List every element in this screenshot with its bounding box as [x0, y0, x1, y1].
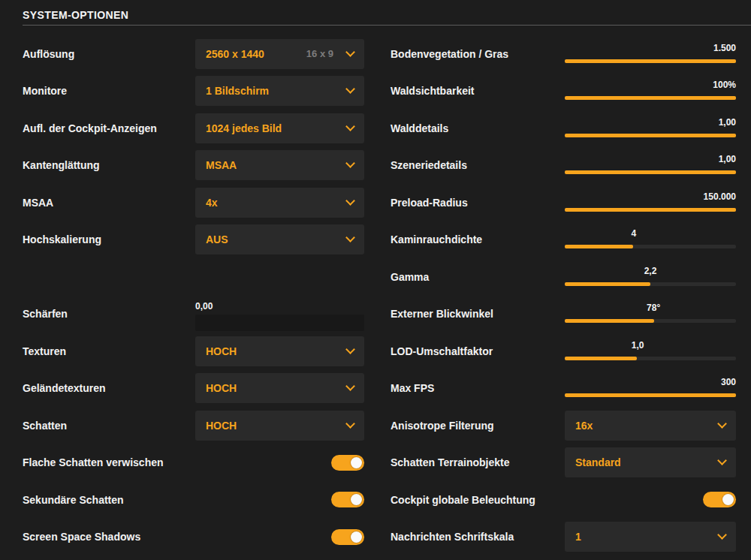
- setting-label: LOD-Umschaltfaktor: [391, 345, 565, 357]
- slider[interactable]: 100%: [565, 80, 736, 102]
- dropdown[interactable]: AUS: [195, 224, 364, 254]
- page-title: SYSTEM-OPTIONEN: [23, 7, 751, 23]
- chevron-down-icon: [717, 419, 727, 429]
- setting-label: Gamma: [391, 271, 565, 283]
- dropdown-value: 1024 jedes Bild: [206, 122, 282, 134]
- row-texturen: Texturen HOCH: [23, 333, 364, 370]
- slider-track[interactable]: [565, 208, 736, 212]
- slider-value: 78°: [647, 303, 660, 313]
- dropdown[interactable]: HOCH: [195, 373, 364, 403]
- toggle-knob: [351, 457, 362, 468]
- setting-control: [565, 492, 736, 507]
- chevron-down-icon: [345, 84, 355, 94]
- setting-label: Texturen: [23, 345, 195, 357]
- row-schaerfen: Schärfen 0,00: [23, 296, 364, 333]
- setting-control: 2560 x 1440 16 x 9: [195, 39, 364, 69]
- dropdown[interactable]: HOCH: [195, 336, 364, 366]
- slider-fill: [565, 282, 650, 286]
- slider-track[interactable]: [565, 393, 736, 397]
- toggle-switch[interactable]: [331, 492, 364, 507]
- chevron-down-icon: [345, 196, 355, 206]
- slider-fill: [565, 393, 736, 397]
- setting-label: Kaminrauchdichte: [391, 233, 565, 245]
- row-aufl-der-cockpit-anzeigen: Aufl. der Cockpit-Anzeigen 1024 jedes Bi…: [23, 110, 364, 147]
- slider-value: 1,0: [632, 340, 644, 351]
- chevron-down-icon: [345, 381, 355, 391]
- setting-label: Aufl. der Cockpit-Anzeigen: [23, 122, 195, 134]
- dropdown-value: 1: [575, 531, 581, 543]
- row-preload-radius: Preload-Radius 150.000: [391, 184, 736, 221]
- chevron-down-icon: [345, 158, 355, 168]
- row-aufloesung: Auflösung 2560 x 1440 16 x 9: [23, 35, 364, 73]
- setting-label: Bodenvegetation / Gras: [391, 48, 565, 60]
- slider-fill: [565, 96, 736, 100]
- header: SYSTEM-OPTIONEN: [0, 0, 751, 23]
- slider[interactable]: 1,00: [565, 154, 736, 176]
- slider[interactable]: 1,0: [565, 340, 736, 363]
- settings-columns: Auflösung 2560 x 1440 16 x 9 Monitore 1 …: [0, 35, 751, 555]
- slider-track[interactable]: [565, 357, 736, 360]
- setting-label: Schärfen: [23, 308, 195, 320]
- slider-track[interactable]: [565, 319, 736, 323]
- setting-control: 2,2: [565, 266, 736, 288]
- setting-control: 1,00: [565, 154, 736, 176]
- toggle-switch[interactable]: [331, 455, 364, 471]
- row-nachrichten-schriftskala: Nachrichten Schriftskala 1: [391, 519, 736, 556]
- toggle-switch[interactable]: [331, 529, 364, 545]
- slider[interactable]: 1.500: [565, 43, 736, 65]
- dropdown[interactable]: Standard: [565, 447, 736, 477]
- setting-control: 16x: [565, 411, 736, 441]
- dropdown[interactable]: MSAA: [195, 150, 364, 180]
- dropdown-value: HOCH: [206, 420, 237, 432]
- dropdown[interactable]: 2560 x 1440 16 x 9: [195, 39, 364, 69]
- setting-label: Schatten: [23, 420, 195, 432]
- slider-track[interactable]: [565, 282, 736, 286]
- dropdown[interactable]: 1: [565, 522, 736, 552]
- slider-fill: [565, 134, 736, 137]
- dropdown-value: MSAA: [206, 159, 237, 171]
- slider-track[interactable]: [195, 315, 364, 331]
- slider[interactable]: 2,2: [565, 266, 736, 288]
- row-schatten-terrainobjekte: Schatten Terrainobjekte Standard: [391, 444, 736, 482]
- dropdown-value: 2560 x 1440: [206, 48, 264, 60]
- setting-control: 150.000: [565, 191, 736, 214]
- slider[interactable]: 1,00: [565, 117, 736, 140]
- setting-label: Schatten Terrainobjekte: [391, 456, 565, 468]
- row-cockpit-globale-beleuchtung: Cockpit globale Beleuchtung: [391, 481, 736, 519]
- slider-track[interactable]: [565, 59, 736, 63]
- setting-control: 100%: [565, 80, 736, 102]
- setting-label: Monitore: [23, 85, 195, 97]
- slider-track[interactable]: [565, 96, 736, 100]
- slider[interactable]: 300: [565, 377, 736, 399]
- dropdown[interactable]: 4x: [195, 188, 364, 218]
- setting-label: Szeneriedetails: [391, 159, 565, 171]
- setting-label: Auflösung: [23, 48, 195, 60]
- row-schatten: Schatten HOCH: [23, 407, 364, 444]
- setting-label: Preload-Radius: [391, 197, 565, 209]
- dropdown[interactable]: 1 Bildschirm: [195, 76, 364, 106]
- header-divider: [23, 25, 751, 26]
- slider-value: 150.000: [704, 191, 736, 202]
- setting-control: 1.500: [565, 43, 736, 65]
- row-lod-umschaltfaktor: LOD-Umschaltfaktor 1,0: [391, 333, 736, 370]
- dropdown-value: HOCH: [206, 382, 237, 394]
- slider[interactable]: 150.000: [565, 191, 736, 214]
- slider-track[interactable]: [565, 134, 736, 137]
- slider-track[interactable]: [565, 245, 736, 248]
- dropdown[interactable]: HOCH: [195, 411, 364, 441]
- slider[interactable]: 0,00: [195, 297, 364, 331]
- slider[interactable]: 4: [565, 228, 736, 251]
- slider-track[interactable]: [565, 170, 736, 174]
- setting-control: 1,0: [565, 340, 736, 363]
- row-flache-schatten-verwischen: Flache Schatten verwischen: [23, 444, 364, 482]
- row-anisotrope-filterung: Anisotrope Filterung 16x: [391, 407, 736, 444]
- slider[interactable]: 78°: [565, 303, 736, 325]
- setting-label: Flache Schatten verwischen: [23, 456, 195, 468]
- chevron-down-icon: [345, 419, 355, 429]
- toggle-switch[interactable]: [703, 492, 736, 507]
- setting-label: Screen Space Shadows: [23, 531, 195, 543]
- dropdown[interactable]: 1024 jedes Bild: [195, 113, 364, 143]
- dropdown[interactable]: 16x: [565, 411, 736, 441]
- left-column: Auflösung 2560 x 1440 16 x 9 Monitore 1 …: [23, 35, 364, 555]
- row-sekundaere-schatten: Sekundäre Schatten: [23, 481, 364, 519]
